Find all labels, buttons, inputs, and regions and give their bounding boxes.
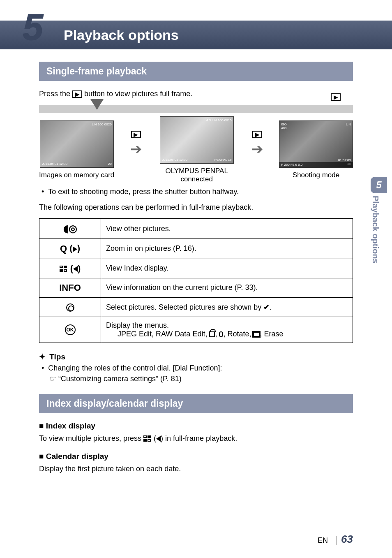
table-row: Q () Zoom in on pictures (P. 16). <box>39 239 353 259</box>
share-icon <box>253 332 260 337</box>
overlay-iso: ISO 400 <box>281 123 287 130</box>
arrow-right-icon: ➔ <box>251 141 263 157</box>
figure-caption: OLYMPUS PENPAL connected <box>158 167 236 183</box>
tips-heading: Tips <box>39 352 353 361</box>
text-post: ) in full-frame playback. <box>161 434 237 442</box>
overlay-fileno: L N 100-0020 <box>92 123 111 126</box>
subsection-heading: Calendar display <box>39 452 353 461</box>
bullet-note: To exit to shooting mode, press the shut… <box>39 188 353 196</box>
protect-icon <box>209 331 215 337</box>
side-tab-number: 5 <box>371 177 387 193</box>
chapter-number: 5 <box>23 6 43 49</box>
figure-3: ISO 400 L N 01:02:03 38 P 250 F5.6 0.0 S… <box>279 120 353 179</box>
chapter-banner: 5 Playback options <box>0 21 392 49</box>
tip-line2: “Customizing camera settings” (P. 81) <box>58 375 182 383</box>
side-tab-label: Playback options <box>371 196 380 286</box>
control-dial-icon: ◖◎ <box>39 219 101 239</box>
overlay-count: PENPAL 15 <box>214 158 232 162</box>
playback-icon: ▶ <box>331 93 341 101</box>
playback-icon: ▶ <box>252 131 262 138</box>
transition-arrow: ▶ ➔ <box>250 131 265 157</box>
figure-2: 4:3 L N 100-0015 2011.05.01 12:30 PENPAL… <box>158 116 236 183</box>
grid-icon <box>60 266 68 272</box>
op-description: View information on the current picture … <box>101 278 353 297</box>
overlay-quality: L N <box>346 123 351 126</box>
left-arrow-icon <box>73 266 78 272</box>
right-arrow-icon <box>73 246 77 252</box>
intro-post: button to view pictures full frame. <box>84 90 192 98</box>
subsection-text: Display the first picture taken on each … <box>39 463 353 474</box>
op-description: View Index display. <box>101 259 353 278</box>
thumbnail-image: L N 100-0020 2011.05.01 12:30 20 <box>40 120 114 168</box>
section-heading: Single-frame playback <box>39 62 353 81</box>
intro-pre: Press the <box>39 90 72 98</box>
thumbnail-image: ISO 400 L N 01:02:03 38 P 250 F5.6 0.0 <box>279 120 353 168</box>
info-button-label: INFO <box>39 278 101 297</box>
left-arrow-icon <box>156 436 161 442</box>
tip-reference: ☞ “Customizing camera settings” (P. 81) <box>39 374 353 383</box>
bullet-text: To exit to shooting mode, press the shut… <box>48 188 239 196</box>
op-text-post: . <box>270 303 272 311</box>
chapter-title: Playback options <box>64 27 179 43</box>
overlay-fileno: 4:3 L N 100-0015 <box>206 118 232 122</box>
figure-top-bar: ▶ <box>39 105 353 113</box>
footer-page-number: 63 <box>341 533 353 545</box>
ok-button-icon: OK <box>39 317 101 343</box>
table-row: () View Index display. <box>39 259 353 278</box>
operations-table: ◖◎ View other pictures. Q () Zoom in on … <box>39 218 353 343</box>
thumbnail-image: 4:3 L N 100-0015 2011.05.01 12:30 PENPAL… <box>160 116 234 164</box>
page-footer: EN 63 <box>318 533 353 546</box>
section-heading: Index display/calendar display <box>39 394 353 413</box>
overlay-time: 01:02:03 <box>338 158 351 162</box>
check-icon: ✔ <box>263 303 270 311</box>
tip-line1: Changing the roles of the control dial. … <box>48 364 222 373</box>
record-button-icon <box>39 297 101 317</box>
table-row: OK Display the menus. JPEG Edit, RAW Dat… <box>39 317 353 343</box>
arrow-right-icon: ➔ <box>130 141 142 157</box>
playback-icon: ▶ <box>131 131 141 138</box>
overlay-count: 20 <box>108 162 112 166</box>
subsection-text: To view multiple pictures, press () in f… <box>39 433 353 444</box>
op-text-line2: JPEG Edit, RAW Data Edit, , , Rotate, , … <box>106 330 348 338</box>
intro-text: Press the ▶ button to view pictures full… <box>39 88 353 99</box>
reference-icon: ☞ <box>50 375 58 383</box>
overlay-exposure-bar: P 250 F5.6 0.0 <box>279 162 353 167</box>
side-tab: 5 Playback options <box>371 177 387 286</box>
figure-caption: Images on memory card <box>39 171 114 179</box>
index-control-icon: () <box>39 259 101 278</box>
figure-row: L N 100-0020 2011.05.01 12:30 20 Images … <box>39 116 353 183</box>
op-description: Display the menus. JPEG Edit, RAW Data E… <box>101 317 353 343</box>
op-description: Select pictures. Selected pictures are s… <box>101 297 353 317</box>
op-text-pre: JPEG Edit, RAW Data Edit, <box>118 330 209 338</box>
footer-lang: EN <box>318 536 328 544</box>
op-description: Zoom in on pictures (P. 16). <box>101 239 353 259</box>
arrow-down-icon <box>90 99 104 110</box>
grid-icon <box>143 435 152 442</box>
ops-intro: The following operations can be performe… <box>39 202 353 213</box>
subsection-heading: Index display <box>39 421 353 431</box>
zoom-control-icon: Q () <box>39 239 101 259</box>
figure-caption: Shooting mode <box>293 171 339 179</box>
text-pre: To view multiple pictures, press <box>39 434 143 442</box>
footer-divider <box>336 536 337 545</box>
op-text-end: , Erase <box>260 330 283 338</box>
op-text-line1: Display the menus. <box>106 321 348 330</box>
transition-arrow: ▶ ➔ <box>129 131 143 157</box>
op-text-mid: , Rotate, <box>223 330 253 338</box>
overlay-datetime: 2011.05.01 12:30 <box>162 158 187 162</box>
op-description: View other pictures. <box>101 219 353 239</box>
tip-item: Changing the roles of the control dial. … <box>39 364 353 373</box>
table-row: INFO View information on the current pic… <box>39 278 353 297</box>
figure-1: L N 100-0020 2011.05.01 12:30 20 Images … <box>39 120 114 179</box>
overlay-datetime: 2011.05.01 12:30 <box>42 162 67 166</box>
op-text-pre: Select pictures. Selected pictures are s… <box>106 303 263 311</box>
playback-icon: ▶ <box>72 90 82 98</box>
table-row: Select pictures. Selected pictures are s… <box>39 297 353 317</box>
audio-icon <box>219 331 223 337</box>
table-row: ◖◎ View other pictures. <box>39 219 353 239</box>
